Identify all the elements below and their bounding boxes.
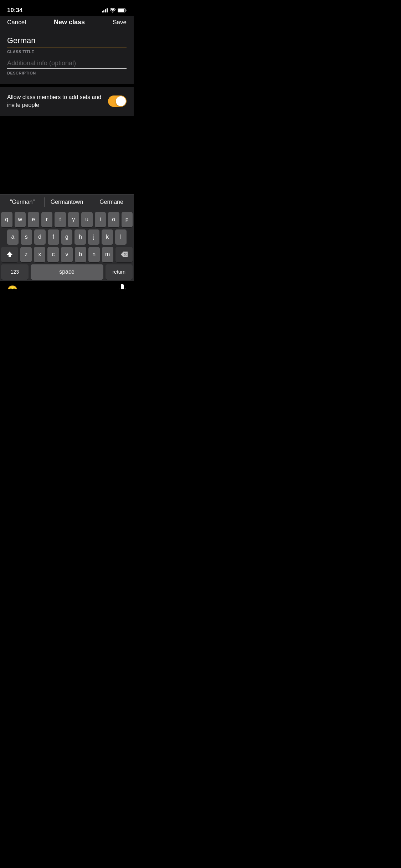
key-d[interactable]: d — [34, 229, 46, 245]
status-bar: 10:34 — [0, 0, 134, 16]
keyboard-row-2: a s d f g h j k l — [0, 227, 134, 245]
keyboard-row-1: q w e r t y u i o p — [0, 210, 134, 227]
key-q[interactable]: q — [1, 212, 12, 227]
autocorrect-item-1[interactable]: Germantown — [45, 195, 89, 210]
form-section: German CLASS TITLE Additional info (opti… — [0, 30, 134, 84]
status-icons — [102, 8, 127, 12]
wifi-icon — [110, 8, 115, 12]
key-i[interactable]: i — [95, 212, 106, 227]
empty-area — [0, 116, 134, 194]
key-s[interactable]: s — [21, 229, 32, 245]
description-underline — [7, 68, 127, 69]
key-t[interactable]: t — [55, 212, 66, 227]
shift-key[interactable] — [1, 247, 18, 262]
nav-bar: Cancel New class Save — [0, 16, 134, 30]
key-e[interactable]: e — [28, 212, 39, 227]
status-time: 10:34 — [7, 7, 22, 14]
signal-icon — [102, 8, 108, 12]
description-group: Additional info (optional) DESCRIPTION — [7, 60, 127, 75]
description-placeholder[interactable]: Additional info (optional) — [7, 60, 127, 67]
key-n[interactable]: n — [88, 247, 100, 262]
delete-key[interactable] — [115, 247, 133, 262]
key-y[interactable]: y — [68, 212, 79, 227]
key-v[interactable]: v — [61, 247, 72, 262]
class-title-group: German CLASS TITLE — [7, 36, 127, 54]
svg-rect-2 — [126, 10, 127, 11]
toggle-thumb — [116, 96, 126, 106]
key-o[interactable]: o — [108, 212, 119, 227]
bottom-bar: 😊 — [0, 281, 134, 289]
key-m[interactable]: m — [102, 247, 113, 262]
key-h[interactable]: h — [74, 229, 86, 245]
key-j[interactable]: j — [88, 229, 99, 245]
separator — [0, 84, 134, 87]
svg-rect-1 — [118, 9, 124, 12]
key-p[interactable]: p — [122, 212, 133, 227]
key-c[interactable]: c — [47, 247, 59, 262]
key-z[interactable]: z — [20, 247, 32, 262]
key-w[interactable]: w — [15, 212, 26, 227]
keyboard: q w e r t y u i o p a s d f g h j k l z … — [0, 210, 134, 281]
key-a[interactable]: a — [7, 229, 19, 245]
page-title: New class — [54, 19, 85, 26]
emoji-button[interactable]: 😊 — [7, 285, 18, 289]
class-title-input[interactable]: German — [7, 36, 127, 45]
battery-icon — [118, 8, 127, 12]
toggle-label: Allow class members to add sets and invi… — [7, 93, 102, 109]
key-k[interactable]: k — [102, 229, 113, 245]
return-key[interactable]: return — [106, 264, 133, 280]
toggle-section: Allow class members to add sets and invi… — [0, 87, 134, 116]
autocorrect-item-2[interactable]: Germane — [89, 195, 134, 210]
key-l[interactable]: l — [115, 229, 127, 245]
autocorrect-item-0[interactable]: "German" — [0, 195, 45, 210]
key-b[interactable]: b — [75, 247, 86, 262]
allow-members-toggle[interactable] — [108, 95, 127, 107]
microphone-button[interactable] — [118, 284, 127, 289]
cancel-button[interactable]: Cancel — [7, 19, 26, 26]
key-g[interactable]: g — [61, 229, 73, 245]
key-r[interactable]: r — [41, 212, 53, 227]
save-button[interactable]: Save — [113, 19, 127, 26]
class-title-label: CLASS TITLE — [7, 50, 127, 54]
numbers-key[interactable]: 123 — [1, 264, 29, 280]
autocorrect-bar: "German" Germantown Germane — [0, 194, 134, 210]
toggle-track — [108, 95, 127, 107]
description-label: DESCRIPTION — [7, 71, 127, 75]
svg-rect-3 — [121, 284, 124, 289]
keyboard-row-3: z x c v b n m — [0, 245, 134, 262]
key-u[interactable]: u — [81, 212, 93, 227]
key-f[interactable]: f — [48, 229, 59, 245]
space-key[interactable]: space — [31, 264, 103, 280]
class-title-underline — [7, 47, 127, 47]
keyboard-row-4: 123 space return — [0, 262, 134, 281]
key-x[interactable]: x — [34, 247, 45, 262]
